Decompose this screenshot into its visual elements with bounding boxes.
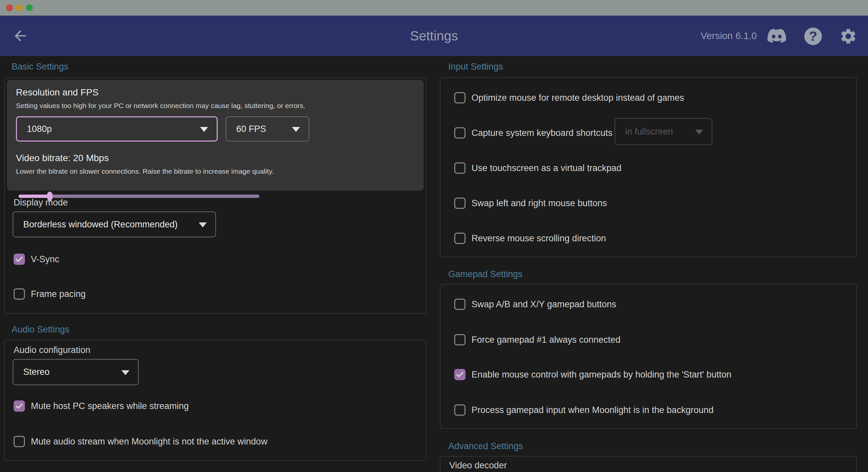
mute-stream-checkbox[interactable] (13, 436, 25, 447)
check-icon (456, 370, 464, 379)
reverse-scrolling-row: Reverse mouse scrolling direction (454, 233, 606, 244)
frame-pacing-checkbox[interactable] (13, 289, 25, 300)
help-icon: ? (804, 28, 822, 45)
gamepad-mouse-control-row: Enable mouse control with gamepads by ho… (454, 369, 731, 380)
capture-shortcuts-mode-value: in fullscreen (615, 127, 673, 137)
capture-shortcuts-mode-dropdown: in fullscreen (615, 118, 712, 145)
discord-button[interactable] (768, 27, 786, 45)
resolution-value: 1080p (17, 124, 52, 134)
display-mode-value: Borderless windowed (Recommended) (13, 220, 178, 230)
settings-gear-button[interactable] (839, 27, 857, 45)
macos-titlebar (0, 0, 868, 15)
zoom-window-button[interactable] (26, 4, 33, 11)
gamepad-mouse-control-label: Enable mouse control with gamepads by ho… (471, 370, 731, 380)
capture-shortcuts-row: Capture system keyboard shortcuts (454, 127, 613, 139)
gamepad-background-label: Process gamepad input when Moonlight is … (471, 405, 713, 415)
audio-settings-panel: Audio configuration Stereo Mute host PC … (4, 340, 426, 461)
optimize-mouse-row: Optimize mouse for remote desktop instea… (454, 92, 684, 103)
section-title-basic: Basic Settings (11, 62, 68, 72)
display-mode-dropdown[interactable]: Borderless windowed (Recommended) (12, 211, 216, 237)
swap-gamepad-buttons-checkbox[interactable] (454, 299, 466, 310)
basic-settings-panel: Resolution and FPS Setting values too hi… (4, 77, 426, 313)
back-button[interactable] (12, 28, 29, 44)
input-settings-panel: Optimize mouse for remote desktop instea… (440, 77, 857, 257)
mute-stream-row: Mute audio stream when Moonlight is not … (13, 436, 268, 447)
frame-pacing-label: Frame pacing (31, 289, 86, 299)
reverse-scrolling-label: Reverse mouse scrolling direction (471, 233, 606, 244)
reverse-scrolling-checkbox[interactable] (454, 233, 466, 244)
mute-host-checkbox[interactable] (13, 400, 25, 412)
gamepad-settings-panel: Swap A/B and X/Y gamepad buttons Force g… (440, 284, 857, 429)
minimize-window-button[interactable] (16, 4, 23, 11)
audio-configuration-value: Stereo (13, 367, 50, 377)
discord-icon (768, 27, 786, 45)
audio-configuration-label: Audio configuration (13, 345, 90, 355)
help-button[interactable]: ? (804, 28, 822, 45)
bitrate-label: Video bitrate: 20 Mbps (16, 153, 415, 163)
check-icon (15, 402, 24, 410)
swap-mouse-buttons-checkbox[interactable] (454, 198, 466, 209)
video-decoder-label: Video decoder (449, 461, 507, 471)
mute-stream-label: Mute audio stream when Moonlight is not … (31, 437, 268, 447)
force-gamepad-label: Force gamepad #1 always connected (471, 335, 620, 345)
fps-value: 60 FPS (226, 124, 266, 134)
fps-dropdown[interactable]: 60 FPS (226, 116, 309, 141)
section-title-input: Input Settings (448, 62, 503, 72)
chevron-down-icon (292, 127, 300, 132)
bitrate-description: Lower the bitrate on slower connections.… (16, 167, 415, 175)
resolution-fps-groupbox: Resolution and FPS Setting values too hi… (7, 80, 424, 191)
version-label: Version 6.1.0 (701, 15, 757, 56)
vsync-label: V-Sync (31, 254, 59, 265)
swap-gamepad-buttons-label: Swap A/B and X/Y gamepad buttons (471, 299, 616, 310)
swap-gamepad-buttons-row: Swap A/B and X/Y gamepad buttons (454, 299, 616, 310)
gamepad-background-row: Process gamepad input when Moonlight is … (454, 404, 713, 416)
close-window-button[interactable] (6, 4, 13, 11)
capture-shortcuts-checkbox[interactable] (454, 127, 466, 139)
force-gamepad-checkbox[interactable] (454, 334, 466, 345)
touchscreen-trackpad-row: Use touchscreen as a virtual trackpad (454, 162, 621, 174)
resolution-dropdown[interactable]: 1080p (16, 116, 218, 141)
chevron-down-icon (199, 223, 207, 227)
optimize-mouse-checkbox[interactable] (454, 92, 466, 103)
mute-host-row: Mute host PC speakers while streaming (13, 400, 189, 412)
back-arrow-icon (12, 28, 29, 44)
section-title-audio: Audio Settings (11, 325, 69, 335)
touchscreen-trackpad-checkbox[interactable] (454, 162, 466, 174)
display-mode-label: Display mode (13, 198, 68, 208)
chevron-down-icon (695, 130, 703, 135)
frame-pacing-row: Frame pacing (13, 289, 86, 300)
resolution-fps-title: Resolution and FPS (16, 87, 415, 98)
gamepad-background-checkbox[interactable] (454, 404, 466, 416)
section-title-gamepad: Gamepad Settings (448, 269, 523, 279)
vsync-row: V-Sync (13, 254, 59, 265)
audio-configuration-dropdown[interactable]: Stereo (12, 359, 139, 385)
force-gamepad-row: Force gamepad #1 always connected (454, 334, 620, 345)
swap-mouse-buttons-row: Swap left and right mouse buttons (454, 198, 607, 209)
gamepad-mouse-control-checkbox[interactable] (454, 369, 466, 380)
touchscreen-trackpad-label: Use touchscreen as a virtual trackpad (471, 163, 621, 173)
chevron-down-icon (200, 127, 208, 132)
section-title-advanced: Advanced Settings (448, 441, 523, 451)
vsync-checkbox[interactable] (13, 254, 25, 265)
optimize-mouse-label: Optimize mouse for remote desktop instea… (471, 93, 684, 103)
settings-header: Settings Version 6.1.0 ? (0, 15, 868, 56)
gear-icon (839, 27, 857, 45)
capture-shortcuts-label: Capture system keyboard shortcuts (471, 128, 613, 138)
check-icon (15, 255, 24, 264)
swap-mouse-buttons-label: Swap left and right mouse buttons (471, 198, 607, 208)
chevron-down-icon (121, 370, 129, 375)
resolution-fps-description: Setting values too high for your PC or n… (16, 102, 415, 110)
mute-host-label: Mute host PC speakers while streaming (31, 401, 189, 411)
advanced-settings-panel: Video decoder (440, 456, 857, 472)
